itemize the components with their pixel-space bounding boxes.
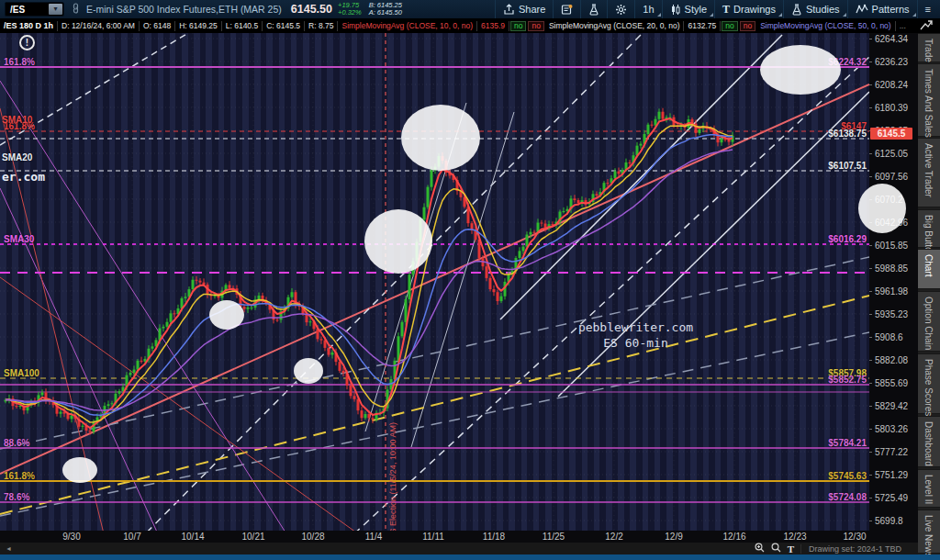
- chart-toolbar: /ES ▾ E-mini S&P 500 Index Futures,ETH (…: [0, 0, 940, 18]
- instrument-description: E-mini S&P 500 Index Futures,ETH (MAR 25…: [86, 4, 282, 15]
- price-axis-tick: [869, 360, 872, 361]
- ellipse-annotation[interactable]: [364, 209, 432, 274]
- level-name-label: SMA20: [2, 152, 32, 162]
- dropdown-corner-icon: [657, 13, 661, 17]
- quick-study-button[interactable]: [580, 0, 607, 18]
- price-axis-tick: [869, 475, 872, 476]
- zoom-in-icon[interactable]: [755, 543, 765, 554]
- timeframe-button[interactable]: 1h: [634, 0, 661, 18]
- symbol-dropdown-button[interactable]: ▾: [49, 4, 62, 15]
- price-axis-label: 5961.98: [875, 286, 908, 297]
- price-axis[interactable]: 6264.346236.236208.246180.396152.656125.…: [869, 33, 918, 554]
- style-button[interactable]: Style: [662, 0, 714, 18]
- candle-style-icon: [670, 4, 681, 16]
- sidebar-tab-option-chain[interactable]: Option Chain: [918, 291, 940, 352]
- level-price-label: $5745.63: [828, 471, 867, 481]
- dropdown-corner-icon: [912, 13, 916, 17]
- sidebar-tab-trade[interactable]: Trade: [918, 33, 940, 62]
- symbol-input[interactable]: /ES ▾: [5, 2, 64, 17]
- price-axis-label: 5751.29: [875, 470, 908, 480]
- patterns-button-label: Patterns: [872, 4, 910, 15]
- status-segment: SimpleMovingAvg (CLOSE, 20, 0, no): [545, 21, 685, 31]
- settings-button[interactable]: [607, 0, 634, 18]
- info-icon[interactable]: !: [19, 35, 35, 50]
- style-button-label: Style: [685, 4, 707, 15]
- share-icon: [503, 4, 515, 16]
- last-price-badge: 6145.5: [870, 128, 912, 140]
- time-axis-label: 10/21: [241, 532, 264, 542]
- price-axis-label: 6264.34: [875, 34, 908, 44]
- price-axis-label: 5855.69: [875, 378, 908, 388]
- price-axis-label: 6208.24: [875, 80, 908, 90]
- window-edge: [0, 554, 940, 560]
- status-segment: SimpleMovingAvg (CLOSE, 50, 0, no): [756, 21, 896, 31]
- level-name-label: 161.8%: [4, 471, 35, 481]
- last-price: 6145.50: [291, 3, 332, 16]
- price-axis-label: 5988.85: [875, 263, 908, 274]
- price-axis-tick: [869, 337, 872, 338]
- beaker-icon: [588, 4, 599, 16]
- thinkorswim-window: /ES ▾ E-mini S&P 500 Index Futures,ETH (…: [0, 0, 940, 560]
- time-axis[interactable]: 9/3010/710/1410/2110/2811/411/1111/1811/…: [0, 531, 869, 543]
- ellipse-annotation[interactable]: [62, 457, 97, 483]
- studies-button[interactable]: Studies: [783, 0, 847, 18]
- sidebar-tab-level-ii[interactable]: Level II: [918, 469, 940, 508]
- watermark-line2: ES 60-min: [551, 335, 721, 351]
- zoom-out-icon[interactable]: [771, 543, 781, 554]
- patterns-button[interactable]: Patterns: [847, 0, 917, 18]
- level-price-label: $5784.21: [828, 438, 867, 448]
- timeframe-button-label: 1h: [643, 4, 654, 15]
- level-price-label: $5724.08: [828, 492, 867, 502]
- status-segment: /ES 180 D 1h: [0, 21, 58, 31]
- price-axis-tick: [869, 406, 872, 407]
- level-name-label: 161.8%: [4, 57, 35, 67]
- price-axis-label: 5935.23: [875, 309, 908, 319]
- time-axis-label: 12/30: [843, 532, 866, 542]
- sidebar-tab-times-and-sales[interactable]: Times And Sales: [918, 63, 940, 137]
- price-axis-label: 5882.08: [875, 355, 908, 365]
- price-axis-tick: [869, 84, 872, 85]
- ellipse-annotation[interactable]: [209, 300, 244, 330]
- dropdown-corner-icon: [843, 13, 846, 17]
- price-axis-tick: [869, 291, 872, 292]
- bid-ask: B: 6145.25 A: 6145.50: [369, 2, 402, 17]
- ellipse-annotation[interactable]: [401, 105, 480, 171]
- drawings-button[interactable]: TDrawings: [714, 0, 783, 18]
- text-tool-button[interactable]: T: [788, 543, 794, 554]
- level-name-label: SMA10: [2, 115, 32, 125]
- ellipse-annotation[interactable]: [858, 184, 906, 233]
- sidebar-tab-live-news[interactable]: Live News: [918, 510, 940, 554]
- sidebar-tab-active-trader[interactable]: Active Trader: [918, 138, 940, 207]
- status-segment: O: 6148: [140, 21, 175, 31]
- sidebar-tab-chart[interactable]: Chart: [918, 249, 940, 289]
- time-axis-label: 10/7: [123, 532, 140, 542]
- ellipse-annotation[interactable]: [760, 45, 841, 95]
- status-segment: H: 6149.25: [175, 21, 222, 31]
- time-axis-label: 9/30: [62, 532, 80, 542]
- sidebar-tab-phase-scores[interactable]: Phase Scores: [918, 353, 940, 414]
- drawing-set-button[interactable]: Drawing set: 2024-1 TBD: [800, 544, 909, 554]
- bottom-toolbar: ◄ T Drawing set: 2024-1 TBD: [0, 543, 918, 554]
- level-price-label: $6107.51: [828, 161, 867, 171]
- ellipse-annotation[interactable]: [294, 358, 323, 384]
- restore-chart-icon[interactable]: [920, 20, 933, 32]
- alerts-button[interactable]: [553, 0, 580, 18]
- price-axis-tick: [869, 429, 872, 430]
- linking-icon[interactable]: [71, 3, 81, 16]
- price-axis-label: 5803.26: [875, 424, 908, 434]
- scroll-left-button[interactable]: ◄: [6, 545, 12, 552]
- price-axis-tick: [869, 107, 872, 108]
- menu-button[interactable]: ≡: [917, 0, 938, 18]
- price-axis-label: 5908.6: [875, 332, 903, 342]
- sidebar-tab-dashboard[interactable]: Dashboard: [918, 416, 940, 467]
- price-axis-tick: [869, 498, 872, 498]
- share-button[interactable]: Share: [495, 0, 553, 18]
- sidebar-tab-big-buttons[interactable]: Big Buttons: [918, 209, 940, 248]
- price-axis-label: 5725.49: [875, 493, 908, 503]
- price-axis-tick: [869, 62, 872, 62]
- price-axis-tick: [869, 452, 872, 453]
- watermark-left-partial: er.com: [2, 170, 45, 184]
- price-axis-label: 5699.8: [875, 516, 903, 526]
- chart-canvas[interactable]: pebblewriter.com ES 60-min er.com ! US E…: [0, 33, 869, 531]
- status-segment: C: 6145.5: [263, 21, 305, 31]
